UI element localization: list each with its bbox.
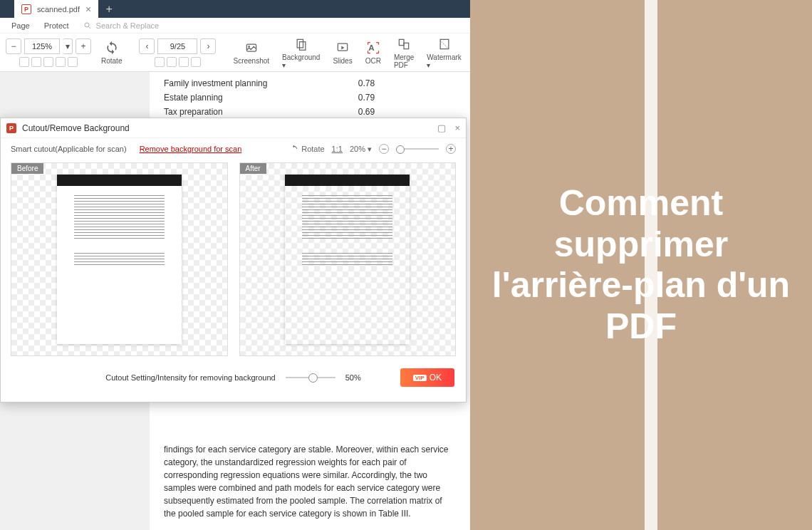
ratio-label[interactable]: 1:1 bbox=[332, 145, 343, 153]
zoom-in-preview-icon[interactable]: + bbox=[446, 144, 456, 154]
before-badge: Before bbox=[11, 163, 43, 174]
view-mode-3-icon[interactable] bbox=[68, 57, 78, 67]
dialog-title: Cutout/Remove Background bbox=[22, 123, 130, 133]
close-dialog-icon[interactable]: × bbox=[454, 123, 460, 133]
page-counter[interactable]: 9/25 bbox=[157, 38, 197, 54]
vip-badge: VIP bbox=[413, 375, 427, 381]
after-badge: After bbox=[240, 163, 266, 174]
watermark-button[interactable]: Watermark ▾ bbox=[424, 36, 464, 69]
file-tab[interactable]: P scanned.pdf × bbox=[14, 0, 98, 18]
background-button[interactable]: Background ▾ bbox=[279, 36, 323, 69]
svg-rect-9 bbox=[404, 43, 409, 48]
layout-1-icon[interactable] bbox=[155, 57, 165, 67]
zoom-value[interactable]: 125% bbox=[24, 38, 60, 54]
close-icon[interactable]: × bbox=[85, 4, 91, 15]
menu-protect[interactable]: Protect bbox=[44, 21, 69, 30]
ok-button[interactable]: VIP OK bbox=[400, 368, 454, 387]
slides-button[interactable]: Slides bbox=[330, 40, 355, 65]
pdf-app-icon: P bbox=[21, 4, 31, 14]
view-mode-1-icon[interactable] bbox=[43, 57, 53, 67]
rotate-button[interactable]: Rotate bbox=[98, 40, 125, 65]
ocr-icon: A bbox=[365, 40, 381, 56]
svg-line-11 bbox=[441, 41, 447, 47]
fit-width-icon[interactable] bbox=[31, 57, 41, 67]
preview-before: Before bbox=[11, 162, 228, 356]
cutout-dialog: P Cutout/Remove Background ▢ × Smart cut… bbox=[0, 118, 467, 402]
merge-button[interactable]: Merge PDF bbox=[391, 36, 417, 69]
table-row: Estate planning0.79 bbox=[164, 90, 389, 105]
menu-page[interactable]: Page bbox=[11, 21, 30, 30]
zoom-preview-value[interactable]: 20% ▾ bbox=[350, 145, 372, 154]
body-paragraph: findings for each service category are s… bbox=[164, 443, 456, 520]
intensity-slider[interactable] bbox=[286, 377, 335, 378]
rotate-icon bbox=[104, 40, 120, 56]
table-row: Family investment planning0.78 bbox=[164, 76, 389, 90]
search-icon bbox=[83, 21, 92, 30]
merge-icon bbox=[396, 36, 412, 52]
new-tab-button[interactable]: + bbox=[98, 0, 120, 18]
background-icon bbox=[293, 36, 309, 52]
view-mode-2-icon[interactable] bbox=[56, 57, 66, 67]
headline: Comment supprimer l'arrière-plan d'un PD… bbox=[470, 183, 812, 347]
svg-line-1 bbox=[88, 26, 90, 28]
zoom-slider[interactable] bbox=[396, 148, 439, 150]
fit-page-icon[interactable] bbox=[19, 57, 29, 67]
zoom-in-button[interactable]: + bbox=[76, 38, 91, 54]
rotate-preview-button[interactable]: Rotate bbox=[290, 145, 324, 153]
screenshot-icon bbox=[244, 40, 259, 56]
tab-remove-background[interactable]: Remove background for scan bbox=[140, 145, 242, 153]
intensity-label: Cutout Setting/Intensity for removing ba… bbox=[105, 373, 275, 382]
preview-after: After bbox=[239, 162, 457, 356]
svg-rect-5 bbox=[299, 41, 305, 50]
minimize-icon[interactable]: ▢ bbox=[437, 123, 446, 133]
svg-point-0 bbox=[85, 23, 89, 27]
prev-page-button[interactable]: ‹ bbox=[139, 38, 155, 54]
search-placeholder: Search & Replace bbox=[96, 21, 160, 30]
zoom-dropdown-icon[interactable]: ▾ bbox=[63, 38, 73, 54]
search-input[interactable]: Search & Replace bbox=[83, 21, 160, 30]
rotate-icon bbox=[290, 145, 298, 153]
layout-4-icon[interactable] bbox=[191, 57, 201, 67]
slides-icon bbox=[335, 40, 350, 56]
tab-smart-cutout[interactable]: Smart cutout(Applicable for scan) bbox=[11, 145, 127, 153]
svg-rect-4 bbox=[297, 39, 303, 48]
zoom-out-preview-icon[interactable]: − bbox=[379, 144, 389, 154]
ocr-button[interactable]: A OCR bbox=[363, 40, 384, 65]
svg-text:A: A bbox=[368, 43, 375, 52]
svg-rect-8 bbox=[399, 39, 404, 45]
layout-2-icon[interactable] bbox=[167, 57, 177, 67]
zoom-out-button[interactable]: − bbox=[6, 38, 21, 54]
screenshot-button[interactable]: Screenshot bbox=[230, 40, 272, 65]
next-page-button[interactable]: › bbox=[200, 38, 216, 54]
app-icon: P bbox=[6, 123, 16, 133]
layout-3-icon[interactable] bbox=[179, 57, 189, 67]
watermark-icon bbox=[437, 36, 452, 52]
intensity-value: 50% bbox=[345, 373, 361, 382]
table-row: Tax preparation0.69 bbox=[164, 105, 389, 119]
tab-filename: scanned.pdf bbox=[37, 5, 80, 14]
